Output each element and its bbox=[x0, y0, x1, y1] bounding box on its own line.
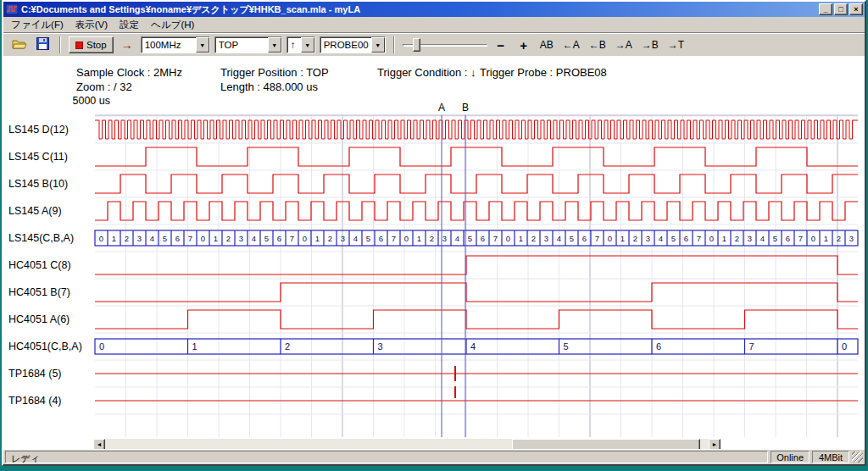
svg-text:0: 0 bbox=[99, 341, 104, 352]
run-button[interactable]: → bbox=[118, 36, 136, 53]
svg-text:0: 0 bbox=[506, 234, 510, 243]
chevron-down-icon[interactable]: ▼ bbox=[371, 37, 385, 53]
channel-wave-5 bbox=[95, 256, 858, 274]
maximize-button[interactable]: □ bbox=[834, 3, 848, 15]
channel-wave-7 bbox=[95, 310, 858, 329]
zoom-slider[interactable] bbox=[403, 36, 487, 53]
svg-text:2: 2 bbox=[125, 234, 129, 243]
channel-wave-3 bbox=[95, 202, 858, 220]
svg-text:7: 7 bbox=[595, 234, 599, 243]
svg-text:3: 3 bbox=[748, 234, 752, 243]
trigger-probe-value: PROBE00 bbox=[320, 37, 371, 53]
svg-text:5: 5 bbox=[468, 234, 472, 243]
sample-clock-value: 100MHz bbox=[142, 37, 196, 53]
menu-view[interactable]: 表示(V) bbox=[70, 17, 114, 33]
sample-clock-combobox[interactable]: 100MHz ▼ bbox=[141, 36, 210, 53]
status-memory-badge: 4MBit bbox=[812, 451, 849, 463]
zoom-info: Zoom : / 32 bbox=[76, 80, 132, 93]
svg-text:5: 5 bbox=[163, 234, 167, 243]
chevron-down-icon[interactable]: ▼ bbox=[268, 37, 281, 53]
trigger-position-info: Trigger Position : TOP bbox=[220, 66, 329, 79]
close-button[interactable]: × bbox=[849, 3, 863, 15]
svg-text:4: 4 bbox=[470, 341, 476, 352]
svg-text:7: 7 bbox=[798, 234, 803, 243]
svg-text:4: 4 bbox=[252, 234, 256, 243]
svg-text:1: 1 bbox=[519, 234, 523, 243]
channel-wave-8: 012345670 bbox=[95, 339, 858, 354]
trigger-edge-value: ↑ bbox=[287, 37, 301, 53]
toolbar-separator bbox=[59, 36, 61, 53]
zoom-slider-thumb[interactable] bbox=[413, 38, 420, 52]
svg-text:0: 0 bbox=[709, 234, 714, 243]
chevron-down-icon[interactable]: ▼ bbox=[196, 37, 209, 53]
menu-help[interactable]: ヘルプ(H) bbox=[145, 17, 200, 33]
resize-grip[interactable] bbox=[852, 452, 863, 463]
channel-wave-4: 0123456701234567012345670123456701234567… bbox=[95, 230, 858, 246]
svg-text:1: 1 bbox=[722, 234, 726, 243]
goto-cursor-a-right-button[interactable]: →A bbox=[613, 36, 635, 53]
trigger-edge-combobox[interactable]: ↑ ▼ bbox=[287, 36, 315, 53]
svg-text:2: 2 bbox=[531, 234, 536, 243]
svg-text:5: 5 bbox=[773, 234, 777, 243]
desktop: C:¥Documents and Settings¥noname¥デスクトップ¥… bbox=[0, 0, 868, 471]
scroll-right-button[interactable]: ► bbox=[709, 439, 721, 449]
channel-wave-10 bbox=[95, 386, 858, 401]
trigger-probe-combobox[interactable]: PROBE00 ▼ bbox=[320, 36, 386, 53]
svg-text:6: 6 bbox=[481, 234, 485, 243]
scrollbar-thumb[interactable] bbox=[512, 439, 700, 449]
svg-text:4: 4 bbox=[150, 234, 154, 243]
goto-cursor-a-left-button[interactable]: ←A bbox=[560, 36, 582, 53]
svg-text:2: 2 bbox=[633, 234, 637, 243]
svg-text:0: 0 bbox=[842, 341, 847, 352]
stop-button[interactable]: Stop bbox=[69, 36, 114, 53]
svg-text:5: 5 bbox=[671, 234, 676, 243]
app-icon bbox=[6, 3, 18, 15]
svg-text:7: 7 bbox=[697, 234, 701, 243]
svg-text:0: 0 bbox=[404, 234, 409, 243]
minimize-button[interactable]: _ bbox=[819, 3, 832, 15]
svg-text:1: 1 bbox=[214, 234, 218, 243]
svg-text:2: 2 bbox=[430, 234, 434, 243]
statusbar: レディ Online 4MBit bbox=[3, 449, 865, 464]
svg-text:3: 3 bbox=[442, 234, 447, 243]
save-button[interactable] bbox=[33, 36, 52, 53]
svg-text:2: 2 bbox=[285, 341, 290, 352]
menu-settings[interactable]: 設定 bbox=[114, 17, 145, 33]
svg-text:4: 4 bbox=[659, 234, 663, 243]
zoom-out-button[interactable]: − bbox=[492, 36, 510, 53]
app-window: C:¥Documents and Settings¥noname¥デスクトップ¥… bbox=[2, 0, 866, 466]
goto-cursor-b-right-button[interactable]: →B bbox=[639, 36, 661, 53]
grid bbox=[95, 115, 858, 437]
trigger-position-combobox[interactable]: TOP ▼ bbox=[214, 36, 282, 53]
svg-text:3: 3 bbox=[544, 234, 548, 243]
zoom-in-button[interactable]: + bbox=[515, 36, 533, 53]
open-folder-icon bbox=[12, 38, 27, 50]
svg-text:6: 6 bbox=[582, 234, 587, 243]
svg-text:4: 4 bbox=[557, 234, 561, 243]
goto-trigger-button[interactable]: →T bbox=[665, 36, 687, 53]
scroll-left-button[interactable]: ◄ bbox=[93, 439, 105, 449]
trigger-position-value: TOP bbox=[215, 37, 268, 53]
svg-text:4: 4 bbox=[353, 234, 358, 243]
titlebar[interactable]: C:¥Documents and Settings¥noname¥デスクトップ¥… bbox=[3, 2, 865, 17]
menu-file[interactable]: ファイル(F) bbox=[5, 17, 70, 33]
svg-text:7: 7 bbox=[392, 234, 396, 243]
svg-text:5: 5 bbox=[564, 341, 569, 352]
svg-text:0: 0 bbox=[608, 234, 612, 243]
svg-text:5: 5 bbox=[366, 234, 370, 243]
chevron-down-icon[interactable]: ▼ bbox=[301, 37, 314, 53]
svg-text:6: 6 bbox=[379, 234, 383, 243]
svg-text:3: 3 bbox=[137, 234, 142, 243]
length-info: Length : 488.000 us bbox=[220, 80, 318, 93]
svg-text:3: 3 bbox=[646, 234, 650, 243]
waveform-plot[interactable]: 0123456701234567012345670123456701234567… bbox=[3, 110, 863, 442]
svg-text:1: 1 bbox=[417, 234, 421, 243]
svg-text:5: 5 bbox=[570, 234, 574, 243]
open-button[interactable] bbox=[10, 36, 29, 53]
horizontal-scrollbar[interactable]: ◄ ► bbox=[93, 439, 721, 449]
ab-cursor-button[interactable]: AB bbox=[537, 36, 556, 53]
status-message: レディ bbox=[5, 451, 768, 463]
menubar: ファイル(F) 表示(V) 設定 ヘルプ(H) bbox=[3, 17, 865, 33]
goto-cursor-b-left-button[interactable]: ←B bbox=[587, 36, 609, 53]
svg-text:1: 1 bbox=[192, 341, 198, 352]
